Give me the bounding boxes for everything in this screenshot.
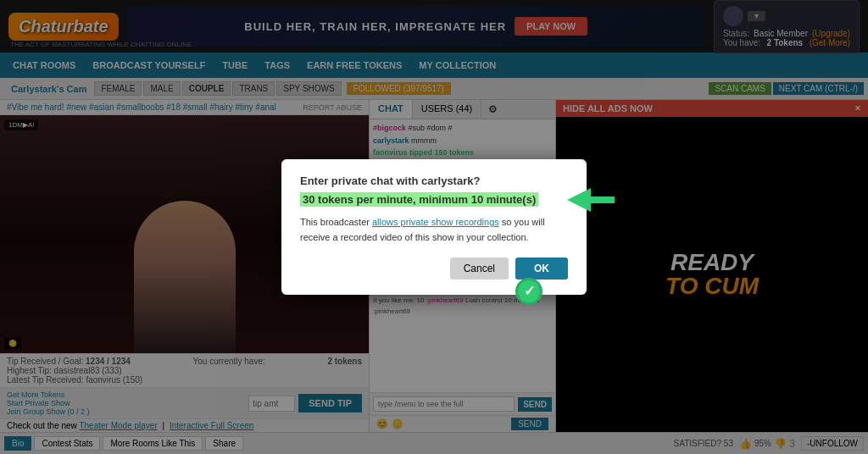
- modal-dialog: Enter private chat with carlystark? 30 t…: [281, 159, 587, 294]
- green-check-icon: ✓: [515, 278, 542, 305]
- modal-highlight-text: 30 tokens per minute, minimum 10 minute(…: [300, 192, 538, 207]
- modal-highlight-row: 30 tokens per minute, minimum 10 minute(…: [300, 192, 568, 207]
- modal-title: Enter private chat with carlystark?: [300, 174, 568, 187]
- modal-body: This broadcaster allows private show rec…: [300, 215, 568, 245]
- green-arrow-icon: [567, 188, 615, 212]
- modal-overlay: Enter private chat with carlystark? 30 t…: [0, 0, 868, 454]
- ok-button[interactable]: OK: [515, 257, 568, 280]
- cancel-button[interactable]: Cancel: [450, 257, 509, 280]
- modal-buttons: Cancel OK ✓: [300, 257, 568, 280]
- private-show-recordings-link[interactable]: allows private show recordings: [372, 217, 499, 227]
